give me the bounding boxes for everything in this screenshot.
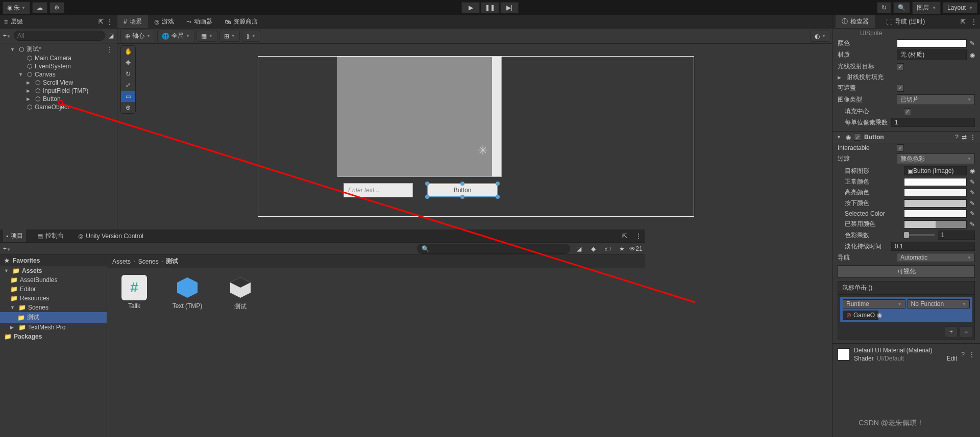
object-picker-icon[interactable]: ◉: [970, 52, 975, 59]
menu-icon[interactable]: ⋮: [107, 18, 113, 25]
menu-icon[interactable]: ⋮: [970, 134, 976, 141]
scene-menu[interactable]: ⋮: [107, 46, 115, 53]
breadcrumb-item[interactable]: Scenes: [138, 258, 159, 265]
breadcrumb-item[interactable]: 测试: [166, 257, 178, 266]
asset-script[interactable]: #Tallk: [114, 275, 154, 430]
hierarchy-search-input[interactable]: [14, 31, 105, 41]
selection-handle[interactable]: [460, 195, 464, 199]
hierarchy-item-scrollview[interactable]: ▶⬡Scroll View: [0, 79, 117, 87]
global-dropdown[interactable]: 🌐全局▼: [157, 30, 194, 42]
folder-assets[interactable]: ▼📁Assets: [0, 266, 107, 275]
transform-tool[interactable]: ⊕: [121, 102, 135, 113]
search-clear-icon[interactable]: ◪: [108, 32, 114, 39]
folder-item[interactable]: 📁Editor: [0, 285, 107, 294]
layout-dropdown[interactable]: Layout▼: [943, 2, 977, 13]
expand-icon[interactable]: ▶: [27, 88, 33, 93]
expand-icon[interactable]: ▶: [27, 96, 33, 101]
material-preview[interactable]: [838, 348, 850, 361]
visualize-button[interactable]: 可视化: [838, 265, 975, 278]
favorite-button[interactable]: ★: [616, 244, 627, 254]
search-by-label-button[interactable]: ◆: [587, 244, 599, 254]
asset-prefab[interactable]: Text (TMP): [167, 275, 207, 430]
scrollbar-visual[interactable]: [492, 57, 501, 176]
selection-handle[interactable]: [425, 195, 429, 199]
checkbox-enabled[interactable]: ✓: [854, 134, 861, 141]
selection-handle[interactable]: [496, 182, 500, 186]
preset-icon[interactable]: ⇄: [962, 134, 967, 141]
event-calltype[interactable]: Runtime▼: [843, 299, 905, 309]
hierarchy-item-inputfield[interactable]: ▶⬡InputField (TMP): [0, 87, 117, 95]
shader-value[interactable]: UI/Default: [877, 355, 904, 362]
shading-dropdown[interactable]: ◐▼: [810, 31, 830, 42]
rect-tool[interactable]: ▭: [121, 91, 135, 102]
selection-handle[interactable]: [460, 182, 464, 186]
save-search-button[interactable]: 🏷: [602, 244, 613, 254]
slider-mult[interactable]: [904, 230, 975, 240]
menu-icon[interactable]: ⋮: [971, 18, 977, 25]
tab-assetstore[interactable]: 🛍资源商店: [218, 15, 264, 28]
folder-item[interactable]: 📁AssetBundles: [0, 275, 107, 285]
tab-animator[interactable]: ⤳动画器: [180, 15, 218, 28]
popout-icon[interactable]: ⇱: [622, 233, 627, 240]
event-remove-button[interactable]: −: [960, 326, 972, 338]
help-icon[interactable]: ?: [955, 134, 959, 141]
event-object[interactable]: ⊘GameO◉: [843, 311, 878, 320]
tab-navigation[interactable]: ⛶导航 (过时): [880, 15, 931, 28]
grid-snap-button[interactable]: ▦▼: [197, 31, 217, 42]
eyedropper-icon[interactable]: ✎: [970, 200, 975, 207]
tab-project[interactable]: ▪项目: [3, 229, 26, 242]
eyedropper-icon[interactable]: ✎: [970, 189, 975, 196]
folder-item-selected[interactable]: 📁测试: [0, 312, 107, 323]
object-picker-icon[interactable]: ◉: [877, 312, 882, 319]
event-function[interactable]: No Function▼: [908, 299, 970, 309]
project-search-input[interactable]: [417, 244, 570, 254]
snap-toggle-button[interactable]: ⫿▼: [242, 31, 260, 42]
favorites-header[interactable]: ★Favorites: [0, 255, 107, 266]
pivot-dropdown[interactable]: ⊕轴心▼: [120, 30, 155, 42]
tab-scene[interactable]: #场景: [117, 15, 148, 28]
undo-history-button[interactable]: ↻: [877, 2, 891, 13]
checkbox-fillcenter[interactable]: ✓: [904, 108, 911, 115]
selection-handle[interactable]: [425, 182, 429, 186]
dropdown-nav[interactable]: Automatic▼: [897, 253, 975, 262]
button-visual[interactable]: Button: [427, 183, 498, 197]
scene-root[interactable]: ▼ ⬡ 测试* ⋮: [0, 44, 117, 54]
edit-button[interactable]: Edit: [947, 355, 958, 362]
folder-packages[interactable]: 📁Packages: [0, 332, 107, 341]
scrollview-visual[interactable]: [337, 57, 502, 177]
menu-icon[interactable]: ⋮: [635, 233, 642, 240]
field-fade[interactable]: [891, 242, 975, 251]
eyedropper-icon[interactable]: ✎: [970, 178, 975, 186]
eyedropper-icon[interactable]: ✎: [970, 221, 975, 228]
add-button[interactable]: +▼: [3, 32, 11, 39]
color-field[interactable]: [897, 39, 967, 47]
folder-scenes[interactable]: ▼📁Scenes: [0, 303, 107, 312]
hidden-button[interactable]: 👁21: [630, 244, 642, 254]
account-button[interactable]: ◉ 朱 ▼: [3, 2, 30, 14]
event-entry[interactable]: Runtime▼ No Function▼ ⊘GameO◉: [840, 297, 972, 322]
hierarchy-item-canvas[interactable]: ▼⬡Canvas: [0, 70, 117, 79]
settings-button[interactable]: ⚙: [50, 2, 64, 13]
folder-item[interactable]: ▶📁TextMesh Pro: [0, 323, 107, 332]
rotate-tool[interactable]: ↻: [121, 68, 135, 80]
search-by-type-button[interactable]: ◪: [573, 244, 584, 254]
dropdown-transition[interactable]: 颜色色彩▼: [897, 153, 975, 164]
expand-icon[interactable]: ▼: [18, 72, 24, 77]
color-disabled[interactable]: [904, 220, 967, 228]
button-component-header[interactable]: ▼◉✓ Button ?⇄⋮: [832, 131, 980, 143]
checkbox-interactable[interactable]: ✓: [897, 144, 904, 151]
color-highlight[interactable]: [904, 189, 967, 197]
add-button[interactable]: +▼: [3, 245, 11, 252]
color-pressed[interactable]: [904, 199, 967, 208]
field-target[interactable]: ▣Button (Image): [904, 166, 967, 175]
folder-item[interactable]: 📁Resources: [0, 294, 107, 303]
field-ppu[interactable]: [891, 118, 975, 127]
inputfield-visual[interactable]: Enter text...: [344, 183, 413, 197]
step-button[interactable]: ▶|: [500, 2, 519, 13]
play-button[interactable]: ▶: [461, 2, 480, 13]
menu-icon[interactable]: ⋮: [969, 351, 975, 358]
tab-game[interactable]: ◎游戏: [148, 15, 180, 28]
breadcrumb-item[interactable]: Assets: [112, 258, 131, 265]
hand-tool[interactable]: ✋: [121, 46, 135, 57]
tab-console[interactable]: ▤控制台: [34, 229, 67, 242]
